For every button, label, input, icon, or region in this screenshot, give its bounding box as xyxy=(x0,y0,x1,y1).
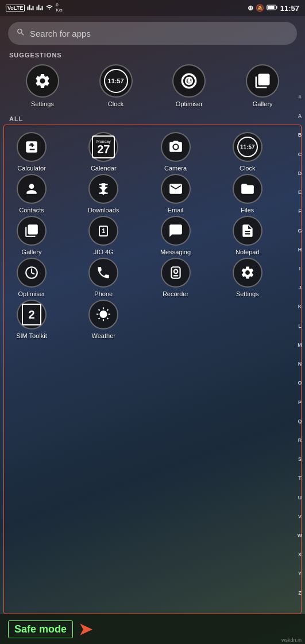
alpha-Y[interactable]: Y xyxy=(298,571,302,576)
alpha-R[interactable]: R xyxy=(298,438,302,443)
alpha-E[interactable]: E xyxy=(298,190,302,195)
app-messaging-label: Messaging xyxy=(160,249,191,255)
alpha-B[interactable]: B xyxy=(298,133,302,138)
search-bar[interactable]: Search for apps xyxy=(8,22,297,45)
app-gallery-label: Gallery xyxy=(22,249,42,255)
svg-point-6 xyxy=(173,270,177,274)
svg-rect-2 xyxy=(267,6,274,9)
svg-rect-1 xyxy=(276,6,277,9)
suggestions-row: Settings 11:57 Clock Optimiser xyxy=(0,61,305,112)
alpha-J[interactable]: J xyxy=(298,285,301,290)
app-phone[interactable]: Phone xyxy=(80,258,126,297)
search-icon xyxy=(16,28,25,39)
suggestion-gallery[interactable]: Gallery xyxy=(240,64,285,107)
app-optimiser[interactable]: Optimiser xyxy=(9,258,55,297)
alpha-G[interactable]: G xyxy=(298,228,302,234)
app-settings-label: Settings xyxy=(236,290,259,297)
app-phone-label: Phone xyxy=(94,290,113,297)
suggestion-clock[interactable]: 11:57 Clock xyxy=(93,64,139,107)
app-contacts[interactable]: Contacts xyxy=(9,174,55,214)
app-weather[interactable]: Weather xyxy=(80,300,126,339)
app-simtoolkit[interactable]: 2 SIM Toolkit xyxy=(9,300,55,339)
all-apps-section: Calculator Monday 27 Calendar Camera xyxy=(3,125,302,614)
app-email[interactable]: Email xyxy=(153,174,199,214)
alpha-Z[interactable]: Z xyxy=(298,591,302,596)
suggestion-clock-label: Clock xyxy=(108,100,124,107)
alpha-M[interactable]: M xyxy=(298,343,302,348)
app-downloads[interactable]: Downloads xyxy=(80,174,126,214)
suggestion-settings-label: Settings xyxy=(31,100,54,107)
safe-mode-bar: Safe mode ➤ wskdn.in xyxy=(0,614,305,644)
app-calendar[interactable]: Monday 27 Calendar xyxy=(80,132,126,172)
suggestions-label: SUGGESTIONS xyxy=(0,48,305,61)
app-files[interactable]: Files xyxy=(225,174,271,214)
alpha-P[interactable]: P xyxy=(298,400,302,405)
alpha-X[interactable]: X xyxy=(298,552,302,557)
all-label: ALL xyxy=(0,112,305,125)
suggestion-optimiser-label: Optimiser xyxy=(176,100,203,107)
status-left: VoLTE 0K/s xyxy=(6,3,63,13)
app-weather-label: Weather xyxy=(92,332,115,339)
app-jio4g-label: JIO 4G xyxy=(94,249,114,255)
alpha-L[interactable]: L xyxy=(298,324,302,329)
suggestion-settings[interactable]: Settings xyxy=(20,64,65,107)
volte-icon: VoLTE xyxy=(6,5,25,11)
alpha-hash[interactable]: # xyxy=(298,94,301,100)
app-notepad[interactable]: Notepad xyxy=(225,216,271,255)
wifi-icon xyxy=(45,4,53,12)
all-apps-grid: Calculator Monday 27 Calendar Camera xyxy=(6,130,299,342)
signal1-icon xyxy=(27,4,34,12)
calendar-date: 27 xyxy=(97,143,110,155)
app-files-label: Files xyxy=(241,207,254,214)
alpha-H[interactable]: H xyxy=(298,247,302,253)
app-recorder[interactable]: Recorder xyxy=(153,258,199,297)
app-calculator[interactable]: Calculator xyxy=(9,132,55,172)
alpha-K[interactable]: K xyxy=(298,304,302,309)
watermark: wskdn.in xyxy=(281,637,302,643)
alpha-U[interactable]: U xyxy=(298,495,302,501)
alpha-O[interactable]: O xyxy=(298,381,302,386)
app-notepad-label: Notepad xyxy=(235,249,260,255)
search-placeholder: Search for apps xyxy=(30,29,91,38)
alpha-T[interactable]: T xyxy=(298,476,302,481)
alpha-V[interactable]: V xyxy=(298,514,302,519)
alpha-A[interactable]: A xyxy=(298,114,302,119)
status-time: 11:57 xyxy=(280,4,299,13)
safe-mode-text: Safe mode xyxy=(8,620,73,638)
location-icon: ⊕ xyxy=(248,4,253,12)
app-camera[interactable]: Camera xyxy=(153,132,199,172)
alpha-D[interactable]: D xyxy=(298,171,302,176)
arrow-icon: ➤ xyxy=(79,620,92,639)
alpha-Q[interactable]: Q xyxy=(298,419,302,424)
app-gallery[interactable]: Gallery xyxy=(9,216,55,255)
app-clock[interactable]: 11:57 Clock xyxy=(225,132,271,172)
status-right: ⊕ 🔕 11:57 xyxy=(248,4,299,13)
app-contacts-label: Contacts xyxy=(19,207,44,214)
app-recorder-label: Recorder xyxy=(163,290,188,297)
app-messaging[interactable]: Messaging xyxy=(153,216,199,255)
alpha-C[interactable]: C xyxy=(298,152,302,157)
app-email-label: Email xyxy=(168,207,184,214)
app-calculator-label: Calculator xyxy=(17,165,46,172)
app-camera-label: Camera xyxy=(164,165,187,172)
suggestion-gallery-label: Gallery xyxy=(253,100,273,107)
alpha-N[interactable]: N xyxy=(298,362,302,367)
alpha-W[interactable]: W xyxy=(298,533,303,538)
battery-icon xyxy=(267,4,278,13)
app-clock-label: Clock xyxy=(240,165,256,172)
data-speed: 0K/s xyxy=(56,3,63,13)
app-calendar-label: Calendar xyxy=(91,165,117,172)
status-bar: VoLTE 0K/s ⊕ 🔕 11:57 xyxy=(0,0,305,16)
app-jio4g[interactable]: 1 JIO 4G xyxy=(80,216,126,255)
app-settings[interactable]: Settings xyxy=(225,258,271,297)
app-simtoolkit-label: SIM Toolkit xyxy=(16,332,47,339)
alpha-I[interactable]: I xyxy=(299,266,301,271)
alphabet-sidebar: # A B C D E F G H I J K L M N O P Q R S … xyxy=(295,92,305,598)
app-downloads-label: Downloads xyxy=(88,207,119,214)
alpha-F[interactable]: F xyxy=(298,209,302,214)
signal2-icon xyxy=(36,4,43,12)
notifications-icon: 🔕 xyxy=(256,4,264,12)
app-optimiser-label: Optimiser xyxy=(18,290,45,297)
suggestion-optimiser[interactable]: Optimiser xyxy=(166,64,212,107)
alpha-S[interactable]: S xyxy=(298,457,302,462)
